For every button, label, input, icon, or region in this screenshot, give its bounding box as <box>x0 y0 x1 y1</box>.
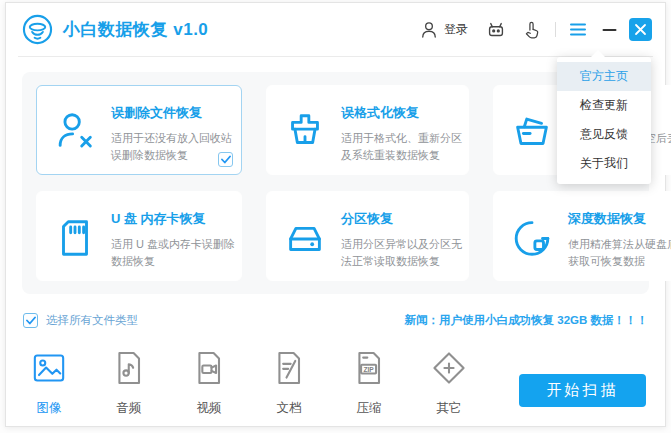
close-icon <box>634 23 647 36</box>
select-all-label: 选择所有文件类型 <box>46 313 138 328</box>
brand: 小白数据恢复 v1.0 <box>22 14 208 45</box>
login-label: 登录 <box>444 21 468 38</box>
user-delete-icon <box>52 99 98 164</box>
menu-button[interactable] <box>569 22 587 37</box>
filetype-label: 视频 <box>197 400 222 417</box>
menu-item-about-us[interactable]: 关于我们 <box>557 149 651 178</box>
card-title: 误格式化恢复 <box>341 104 462 122</box>
zip-icon-text: ZIP <box>363 366 374 373</box>
card-desc-line: 适用分区异常以及分区无 <box>341 236 462 253</box>
close-button[interactable] <box>629 18 652 41</box>
hamburger-icon <box>569 22 587 37</box>
minimize-button[interactable] <box>602 22 617 38</box>
filetype-other[interactable]: 其它 <box>422 348 476 417</box>
document-icon <box>269 348 309 388</box>
news-ticker: 新闻：用户使用小白成功恢复 32GB 数据！！！ <box>405 313 648 328</box>
video-icon <box>189 348 229 388</box>
card-desc-line: 及系统重装数据恢复 <box>341 147 462 164</box>
card-desc-line: 误删除数据恢复 <box>111 147 232 164</box>
robot-button[interactable] <box>485 19 507 41</box>
select-all-checkbox[interactable]: 选择所有文件类型 <box>23 313 138 328</box>
format-icon <box>282 99 328 164</box>
card-desc-line: 适用于格式化、重新分区 <box>341 130 462 147</box>
filetype-label: 其它 <box>437 400 462 417</box>
card-desc-line: 适用 U 盘或内存卡误删除 <box>111 236 235 253</box>
card-title: 深度数据恢复 <box>568 210 671 228</box>
minimize-icon <box>602 22 617 38</box>
filetype-archive[interactable]: ZIP 压缩 <box>342 348 396 417</box>
user-icon <box>419 20 439 40</box>
start-scan-button[interactable]: 开始扫描 <box>519 374 646 407</box>
touch-button[interactable] <box>522 20 542 40</box>
card-desc-line: 数据恢复 <box>111 253 235 270</box>
card-format-recovery[interactable]: 误格式化恢复 适用于格式化、重新分区 及系统重装数据恢复 <box>266 85 469 175</box>
checkbox-checked-icon <box>23 313 38 328</box>
menu-dropdown: 官方主页 检查更新 意见反馈 关于我们 <box>557 57 651 184</box>
card-checkbox-checked[interactable] <box>218 152 233 167</box>
filetype-audio[interactable]: 音频 <box>102 348 156 417</box>
menu-item-feedback[interactable]: 意见反馈 <box>557 120 651 149</box>
titlebar-separator <box>555 22 556 37</box>
robot-icon <box>485 19 507 41</box>
filetype-label: 图像 <box>37 400 62 417</box>
app-logo-icon <box>22 14 53 45</box>
app-window: 小白数据恢复 v1.0 登录 <box>5 2 666 427</box>
card-usb-sd-recovery[interactable]: U 盘 内存卡恢复 适用 U 盘或内存卡误删除 数据恢复 <box>36 191 242 281</box>
other-plus-icon <box>429 348 469 388</box>
zip-icon: ZIP <box>349 348 389 388</box>
card-title: U 盘 内存卡恢复 <box>111 210 235 228</box>
filetype-document[interactable]: 文档 <box>262 348 316 417</box>
options-row: 选择所有文件类型 新闻：用户使用小白成功恢复 32GB 数据！！！ <box>23 313 648 328</box>
filetype-label: 音频 <box>117 400 142 417</box>
titlebar-actions: 登录 <box>419 18 652 41</box>
sd-card-icon <box>52 205 98 270</box>
image-icon <box>29 348 69 388</box>
card-partition-recovery[interactable]: 分区恢复 适用分区异常以及分区无 法正常读取数据恢复 <box>266 191 469 281</box>
app-title: 小白数据恢复 v1.0 <box>63 18 208 41</box>
card-desc-line: 法正常读取数据恢复 <box>341 253 462 270</box>
card-deep-recovery[interactable]: 深度数据恢复 使用精准算法从硬盘底层 获取可恢复数据 <box>493 191 671 281</box>
menu-item-check-updates[interactable]: 检查更新 <box>557 91 651 120</box>
card-desc-line: 适用于还没有放入回收站 <box>111 130 232 147</box>
filetype-image[interactable]: 图像 <box>22 348 76 417</box>
touch-hand-icon <box>522 20 542 40</box>
hard-drive-icon <box>282 205 328 270</box>
recovery-modes-panel: 误删除文件恢复 适用于还没有放入回收站 误删除数据恢复 误格式化恢复 <box>22 72 649 294</box>
titlebar: 小白数据恢复 v1.0 登录 <box>6 3 665 56</box>
card-title: 分区恢复 <box>341 210 462 228</box>
deep-scan-icon <box>509 205 555 270</box>
filetype-video[interactable]: 视频 <box>182 348 236 417</box>
recycle-bin-icon <box>509 99 555 164</box>
card-title: 误删除文件恢复 <box>111 104 232 122</box>
filetype-label: 文档 <box>277 400 302 417</box>
filetype-label: 压缩 <box>357 400 382 417</box>
menu-item-official-homepage[interactable]: 官方主页 <box>557 62 651 91</box>
card-desc-line: 获取可恢复数据 <box>568 253 671 270</box>
card-deleted-file-recovery[interactable]: 误删除文件恢复 适用于还没有放入回收站 误删除数据恢复 <box>36 85 242 175</box>
login-button[interactable]: 登录 <box>419 20 468 40</box>
audio-icon <box>109 348 149 388</box>
card-desc-line: 使用精准算法从硬盘底层 <box>568 236 671 253</box>
